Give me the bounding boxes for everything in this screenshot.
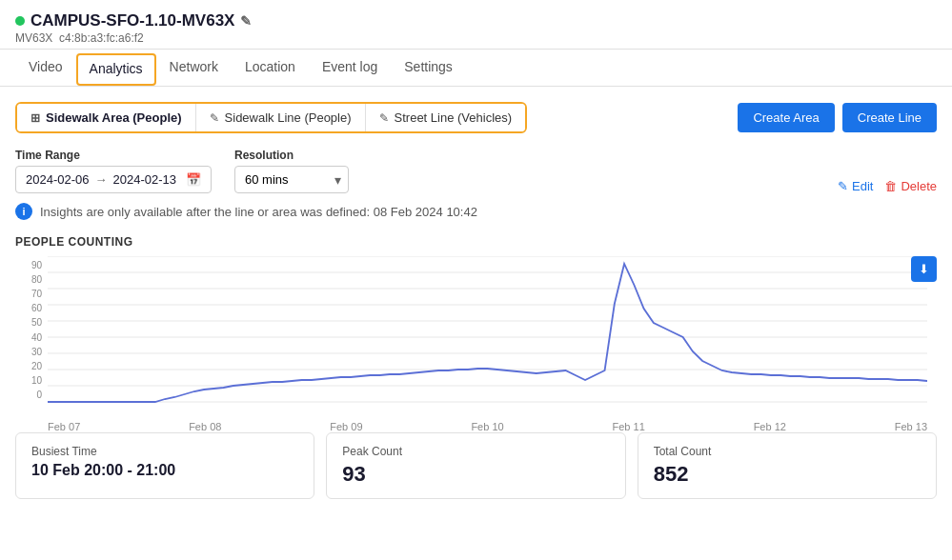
info-banner: i Insights are only available after the … — [15, 203, 937, 220]
stat-value-2: 852 — [654, 462, 921, 487]
x-label-feb10: Feb 10 — [471, 421, 503, 432]
x-label-feb07: Feb 07 — [48, 421, 80, 432]
area-tab-icon-1: ✎ — [210, 111, 219, 125]
header: CAMPUS-SFO-1.10-MV63X ✎ MV63X c4:8b:a3:f… — [0, 0, 952, 50]
tab-network[interactable]: Network — [156, 50, 232, 86]
x-label-feb09: Feb 09 — [330, 421, 362, 432]
stats-row: Busiest Time 10 Feb 20:00 - 21:00 Peak C… — [15, 432, 937, 499]
chart-area: 90 80 70 60 50 40 30 20 10 0 — [15, 256, 937, 432]
device-dot — [15, 16, 25, 26]
stat-label-1: Peak Count — [342, 445, 609, 458]
y-label-90: 90 — [15, 260, 42, 270]
edit-device-icon[interactable]: ✎ — [240, 13, 252, 29]
create-buttons: Create Area Create Line — [738, 103, 937, 132]
area-tab-icon-2: ✎ — [379, 111, 389, 125]
x-label-feb12: Feb 12 — [754, 421, 786, 432]
tab-location[interactable]: Location — [232, 50, 309, 86]
tab-event-log[interactable]: Event log — [309, 50, 391, 86]
area-tab-label-0: Sidewalk Area (People) — [46, 110, 182, 125]
stat-value-0: 10 Feb 20:00 - 21:00 — [31, 462, 298, 479]
people-counting-section: PEOPLE COUNTING 90 80 70 60 50 40 30 20 … — [15, 235, 937, 499]
create-area-button[interactable]: Create Area — [738, 103, 834, 132]
main-content: ⊞ Sidewalk Area (People) ✎ Sidewalk Line… — [0, 87, 952, 514]
chart-wrap: 90 80 70 60 50 40 30 20 10 0 — [15, 256, 937, 432]
delete-trash-icon: 🗑 — [884, 179, 897, 193]
area-tab-label-2: Street Line (Vehicles) — [395, 110, 513, 125]
device-mac: c4:8b:a3:fc:a6:f2 — [59, 31, 144, 45]
edit-pencil-icon: ✎ — [838, 179, 848, 193]
y-label-30: 30 — [15, 347, 42, 357]
x-label-feb08: Feb 08 — [189, 421, 221, 432]
time-range-filter: Time Range 2024-02-06 → 2024-02-13 📅 — [15, 149, 212, 193]
chart-svg — [48, 256, 927, 404]
x-axis: Feb 07 Feb 08 Feb 09 Feb 10 Feb 11 Feb 1… — [48, 421, 927, 432]
stat-card-total-count: Total Count 852 — [638, 432, 937, 499]
edit-button[interactable]: ✎ Edit — [838, 179, 873, 193]
date-to: 2024-02-13 — [113, 172, 177, 187]
calendar-icon: 📅 — [186, 172, 201, 187]
y-label-80: 80 — [15, 274, 42, 285]
x-label-feb13: Feb 13 — [895, 421, 927, 432]
y-axis: 90 80 70 60 50 40 30 20 10 0 — [15, 256, 42, 404]
device-name: CAMPUS-SFO-1.10-MV63X — [30, 11, 234, 30]
action-buttons: ✎ Edit 🗑 Delete — [838, 179, 937, 193]
edit-label: Edit — [852, 179, 873, 193]
y-label-60: 60 — [15, 303, 42, 313]
date-range-input[interactable]: 2024-02-06 → 2024-02-13 📅 — [15, 166, 212, 193]
resolution-select[interactable]: 5 mins 15 mins 30 mins 60 mins 1 day — [234, 166, 349, 193]
area-tab-icon-0: ⊞ — [30, 111, 40, 125]
area-tab-sidewalk-area[interactable]: ⊞ Sidewalk Area (People) — [17, 104, 196, 131]
area-tab-label-1: Sidewalk Line (People) — [225, 110, 352, 125]
info-message: Insights are only available after the li… — [40, 205, 477, 219]
date-from: 2024-02-06 — [26, 172, 90, 187]
stat-value-1: 93 — [342, 462, 609, 487]
y-label-0: 0 — [15, 390, 42, 400]
date-arrow-icon: → — [95, 172, 108, 187]
tab-settings[interactable]: Settings — [391, 50, 466, 86]
area-tab-sidewalk-line[interactable]: ✎ Sidewalk Line (People) — [196, 104, 366, 131]
y-label-70: 70 — [15, 289, 42, 299]
resolution-label: Resolution — [234, 149, 349, 162]
y-label-50: 50 — [15, 317, 42, 328]
export-button[interactable]: ⬇ — [911, 256, 937, 282]
nav-tabs: Video Analytics Network Location Event l… — [0, 50, 952, 87]
stat-label-0: Busiest Time — [31, 445, 298, 458]
x-label-feb11: Feb 11 — [613, 421, 645, 432]
device-title-row: CAMPUS-SFO-1.10-MV63X ✎ — [15, 11, 937, 30]
stat-card-busiest-time: Busiest Time 10 Feb 20:00 - 21:00 — [15, 432, 314, 499]
tab-analytics[interactable]: Analytics — [76, 53, 156, 86]
create-line-button[interactable]: Create Line — [842, 103, 937, 132]
resolution-select-wrapper: 5 mins 15 mins 30 mins 60 mins 1 day — [234, 166, 349, 193]
device-subtitle: MV63X c4:8b:a3:fc:a6:f2 — [15, 31, 937, 45]
stat-card-peak-count: Peak Count 93 — [326, 432, 625, 499]
delete-label: Delete — [901, 179, 937, 193]
area-tabs: ⊞ Sidewalk Area (People) ✎ Sidewalk Line… — [15, 102, 527, 133]
device-model: MV63X — [15, 31, 52, 45]
area-tabs-row: ⊞ Sidewalk Area (People) ✎ Sidewalk Line… — [15, 102, 937, 133]
resolution-filter: Resolution 5 mins 15 mins 30 mins 60 min… — [234, 149, 349, 193]
info-icon: i — [15, 203, 32, 220]
area-tab-street-line[interactable]: ✎ Street Line (Vehicles) — [366, 104, 526, 131]
tab-video[interactable]: Video — [15, 50, 76, 86]
stat-label-2: Total Count — [654, 445, 921, 458]
y-label-40: 40 — [15, 332, 42, 343]
time-range-label: Time Range — [15, 149, 212, 162]
section-title: PEOPLE COUNTING — [15, 235, 937, 249]
y-label-20: 20 — [15, 361, 42, 371]
delete-button[interactable]: 🗑 Delete — [884, 179, 937, 193]
y-label-10: 10 — [15, 375, 42, 386]
